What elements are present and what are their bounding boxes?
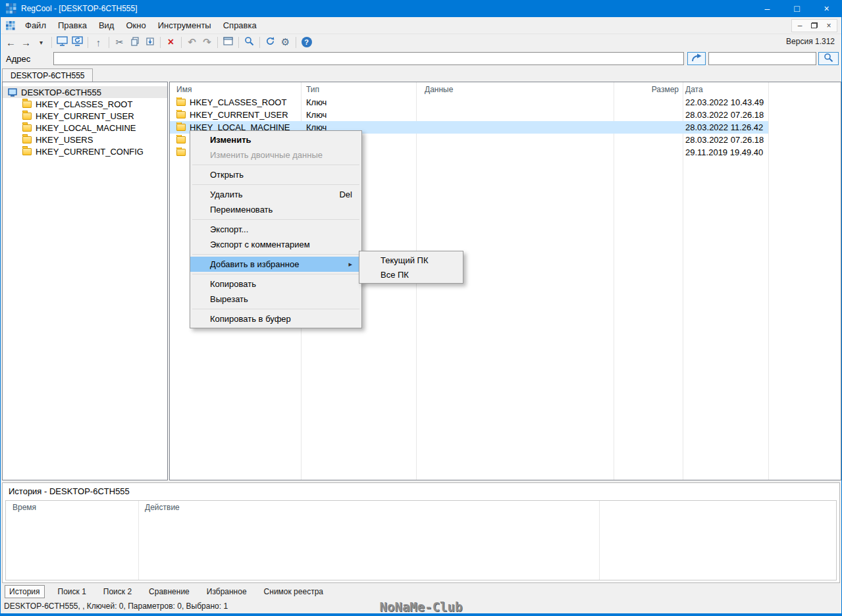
menu-item-rename[interactable]: Переименовать — [190, 202, 361, 217]
copy-button[interactable] — [127, 35, 142, 49]
help-button[interactable]: ? — [299, 35, 314, 49]
menu-item-cut[interactable]: Вырезать — [190, 292, 361, 307]
menu-tools[interactable]: Инструменты — [152, 18, 217, 33]
column-header-date[interactable]: Дата — [683, 85, 768, 94]
new-window-button[interactable] — [221, 35, 236, 49]
tree-item-hkey-current-config[interactable]: HKEY_CURRENT_CONFIG — [3, 145, 167, 157]
column-header-time[interactable]: Время — [6, 503, 138, 512]
menu-item-add-to-favorites[interactable]: Добавить в избранное▸ — [190, 257, 361, 272]
tree-item-hkey-users[interactable]: HKEY_USERS — [3, 134, 167, 145]
search-input[interactable] — [708, 52, 816, 65]
menu-edit[interactable]: Правка — [52, 18, 93, 33]
copy-icon — [130, 37, 140, 48]
menu-item-copy[interactable]: Копировать — [190, 276, 361, 292]
redo-icon: ↷ — [203, 36, 211, 48]
column-header-action[interactable]: Действие — [138, 503, 180, 512]
menu-help[interactable]: Справка — [217, 18, 263, 33]
go-up-button[interactable]: ↑ — [91, 35, 106, 49]
chevron-down-icon: ▾ — [39, 39, 43, 46]
column-header-data[interactable]: Данные — [416, 85, 614, 94]
tab-favorites[interactable]: Избранное — [203, 586, 251, 598]
menu-separator — [192, 219, 359, 220]
tree-item-label: HKEY_CURRENT_USER — [36, 111, 134, 121]
tree-item-label: HKEY_LOCAL_MACHINE — [36, 123, 136, 133]
menu-item-current-pc[interactable]: Текущий ПК — [359, 253, 463, 267]
minimize-button[interactable]: – — [752, 0, 782, 17]
mdi-close-button[interactable]: × — [822, 20, 835, 31]
tab-search-1[interactable]: Поиск 1 — [54, 586, 90, 598]
forward-button[interactable]: → — [18, 35, 34, 49]
delete-button[interactable]: × — [163, 35, 178, 49]
tab-compare[interactable]: Сравнение — [145, 586, 194, 598]
find-button[interactable] — [242, 35, 257, 49]
tab-search-2[interactable]: Поиск 2 — [99, 586, 136, 598]
toolbar-separator — [296, 37, 296, 48]
search-button[interactable] — [818, 52, 839, 65]
menu-file[interactable]: Файл — [19, 18, 52, 33]
menu-item-label: Переименовать — [210, 205, 273, 215]
menu-item-all-pc[interactable]: Все ПК — [359, 267, 463, 282]
tree-item-computer[interactable]: DESKTOP-6CTH555 — [3, 86, 167, 98]
undo-button[interactable]: ↶ — [184, 35, 199, 49]
connect-computer-button[interactable] — [55, 35, 70, 49]
tab-registry-snapshot[interactable]: Снимок реестра — [260, 586, 327, 598]
list-row-hkey-current-user[interactable]: HKEY_CURRENT_USER Ключ 28.03.2022 07.26.… — [170, 109, 768, 121]
status-text: DESKTOP-6CTH555, , Ключей: 0, Параметров… — [1, 602, 228, 611]
toolbar-separator — [109, 37, 109, 48]
statusbar: DESKTOP-6CTH555, , Ключей: 0, Параметров… — [1, 599, 841, 613]
tab-history[interactable]: История — [5, 585, 45, 598]
mdi-close-icon: × — [826, 21, 831, 30]
address-input[interactable] — [53, 52, 684, 65]
menu-item-label: Изменить двоичные данные — [210, 150, 323, 160]
menu-window[interactable]: Окно — [120, 18, 151, 33]
menu-item-open[interactable]: Открыть — [190, 167, 361, 182]
addressbar: Адрес — [1, 50, 841, 67]
menu-separator — [192, 165, 359, 165]
menu-item-export[interactable]: Экспорт... — [190, 222, 361, 237]
list-row-hkey-classes-root[interactable]: HKEY_CLASSES_ROOT Ключ 22.03.2022 10.43.… — [170, 96, 768, 109]
menu-item-edit-binary: Изменить двоичные данные — [190, 147, 361, 163]
tab-desktop-6cth555[interactable]: DESKTOP-6CTH555 — [2, 68, 93, 82]
menu-item-edit[interactable]: Изменить — [190, 132, 361, 147]
mdi-minimize-icon: – — [798, 21, 803, 30]
menubar: Файл Правка Вид Окно Инструменты Справка… — [1, 17, 841, 34]
maximize-button[interactable]: □ — [782, 0, 812, 17]
new-window-icon — [223, 37, 233, 47]
cut-button[interactable]: ✂ — [112, 35, 127, 49]
redo-button[interactable]: ↷ — [199, 35, 215, 49]
window-controls: – □ × — [752, 0, 841, 17]
tree-item-hkey-local-machine[interactable]: HKEY_LOCAL_MACHINE — [3, 122, 167, 134]
settings-button[interactable]: ⚙ — [278, 35, 293, 49]
go-to-address-button[interactable] — [687, 52, 706, 65]
folder-icon — [176, 124, 186, 131]
tree-item-hkey-classes-root[interactable]: HKEY_CLASSES_ROOT — [3, 98, 167, 110]
go-arrow-icon — [691, 53, 702, 64]
toolbar-separator — [88, 37, 88, 48]
window-title: RegCool - [DESKTOP-6CTH555] — [21, 4, 138, 13]
mdi-restore-button[interactable] — [808, 20, 821, 31]
search-icon — [824, 53, 833, 64]
tree-item-hkey-current-user[interactable]: HKEY_CURRENT_USER — [3, 110, 167, 122]
back-button[interactable]: ← — [3, 35, 18, 49]
refresh-button[interactable] — [263, 35, 278, 49]
key-date: 28.03.2022 07.26.18 — [683, 135, 768, 145]
toolbar-separator — [238, 37, 239, 48]
history-dropdown-button[interactable]: ▾ — [34, 35, 49, 49]
refresh-icon — [265, 36, 275, 48]
menu-item-copy-to-buffer[interactable]: Копировать в буфер — [190, 311, 361, 326]
mdi-minimize-button[interactable]: – — [793, 20, 806, 31]
folder-icon — [22, 136, 32, 143]
menu-item-delete[interactable]: УдалитьDel — [190, 187, 361, 202]
column-header-type[interactable]: Тип — [301, 85, 416, 94]
close-button[interactable]: × — [812, 0, 841, 17]
menu-view[interactable]: Вид — [93, 18, 120, 33]
undo-icon: ↶ — [188, 36, 196, 48]
menu-item-label: Текущий ПК — [381, 255, 429, 265]
key-date: 29.11.2019 19.49.40 — [683, 147, 768, 157]
paste-button[interactable] — [142, 35, 157, 49]
sync-computer-button[interactable] — [70, 35, 85, 49]
column-header-size[interactable]: Размер — [614, 85, 683, 94]
menu-item-export-commented[interactable]: Экспорт с комментарием — [190, 237, 361, 252]
folder-icon — [22, 113, 32, 120]
column-header-name[interactable]: Имя — [170, 85, 301, 94]
